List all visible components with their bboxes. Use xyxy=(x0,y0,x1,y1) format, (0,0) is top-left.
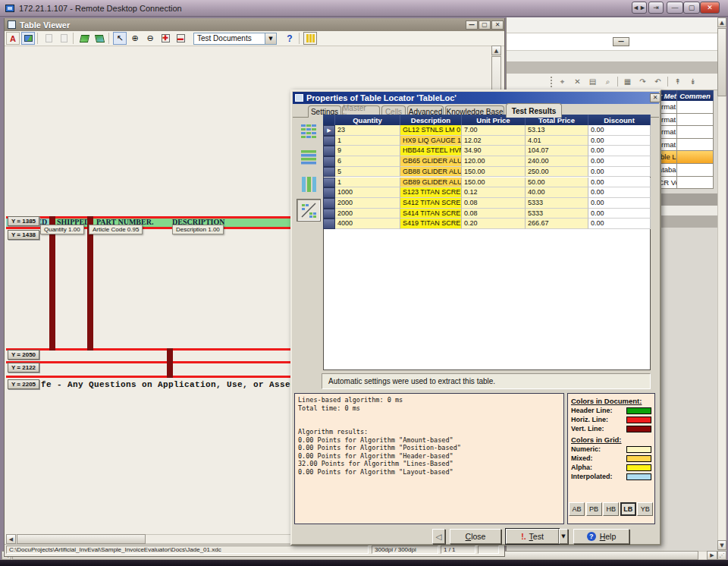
fit-width-icon[interactable]: ▬ xyxy=(174,32,187,45)
algo-button-pb[interactable]: PB xyxy=(586,502,602,516)
locator-row-comment[interactable] xyxy=(677,177,714,190)
grid-cell[interactable]: 7.00 xyxy=(462,125,526,136)
grid-cell[interactable]: 0.08 xyxy=(462,209,526,219)
toolbar-grip[interactable] xyxy=(551,77,553,87)
grid-cell[interactable]: 0.00 xyxy=(588,136,651,146)
tab-test-results[interactable]: Test Results xyxy=(506,103,562,118)
grid-cell[interactable]: 2000 xyxy=(335,209,400,219)
grid-cell[interactable]: 6 xyxy=(335,156,400,167)
zoom-in-icon[interactable]: ⊕ xyxy=(128,32,142,45)
grid-row-selector[interactable] xyxy=(323,167,335,178)
locator-col-2[interactable]: Commen xyxy=(677,90,714,101)
grid-row-selector[interactable] xyxy=(323,146,335,156)
locator-row-comment[interactable] xyxy=(677,101,714,114)
grid-cell[interactable]: 240.00 xyxy=(526,156,588,167)
rdp-disconnect-button[interactable]: ⇥ xyxy=(648,2,664,14)
grid-cell[interactable]: 150.00 xyxy=(462,178,526,188)
locator-row-comment[interactable] xyxy=(677,164,714,177)
dialog-close-icon[interactable]: ✕ xyxy=(650,93,661,102)
test-button[interactable]: !.Test xyxy=(506,529,559,544)
grid-cell[interactable]: 5 xyxy=(335,167,400,178)
pointer-tool-icon[interactable]: ↖ xyxy=(113,32,127,45)
grid-cell[interactable]: 104.07 xyxy=(526,146,588,156)
grid-cell[interactable]: 34.90 xyxy=(462,146,526,156)
grid-row-selector[interactable] xyxy=(323,187,335,198)
rdp-vscroll-up[interactable]: ▲ xyxy=(717,17,726,27)
rdp-vscroll-thumb[interactable] xyxy=(717,28,726,96)
cells-view-button[interactable] xyxy=(297,120,321,143)
grid-header-description[interactable]: Description xyxy=(400,115,462,125)
columns-icon[interactable] xyxy=(303,32,317,45)
document-combobox[interactable]: Test Documents ▼ xyxy=(193,33,277,45)
rdp-titlebar[interactable]: 172.21.1.107 - Remote Desktop Connection xyxy=(0,0,728,17)
fit-page-icon[interactable]: ✚ xyxy=(158,32,172,45)
bg-minimize-button[interactable]: — xyxy=(613,37,629,46)
grid-cell[interactable]: GB88 GLIDER ALU xyxy=(400,167,462,178)
grid-cell[interactable]: GL12 STNLS LM 0 - xyxy=(400,125,462,136)
help-icon[interactable]: ? xyxy=(283,32,297,45)
grid-cell[interactable]: 4000 xyxy=(335,219,400,229)
grid-cell[interactable]: 120.00 xyxy=(462,156,526,167)
grid-cell[interactable]: 0.00 xyxy=(588,187,651,198)
export-icon[interactable]: ↷ xyxy=(637,77,648,87)
grid-cell[interactable]: 40.00 xyxy=(526,187,588,198)
test-doc-icon[interactable]: ▦ xyxy=(622,77,633,87)
grid-cell[interactable]: S123 TITAN SCRE xyxy=(400,187,462,198)
grid-cell[interactable]: 9 xyxy=(335,146,400,156)
grid-cell[interactable]: HX9 LIQ GAUGE 12 xyxy=(400,136,462,146)
grid-header-quantity[interactable]: Quantity xyxy=(335,115,400,125)
columns-view-button[interactable] xyxy=(297,173,321,196)
grid-cell[interactable]: 1 xyxy=(335,136,400,146)
rdp-close-button[interactable]: ✕ xyxy=(700,2,720,14)
algo-button-lb[interactable]: LB xyxy=(620,502,636,516)
rotate-right-icon[interactable] xyxy=(93,32,106,45)
rotate-left-icon[interactable] xyxy=(77,32,91,45)
grid-cell[interactable]: S419 TITAN SCRE xyxy=(400,219,462,229)
properties-icon[interactable]: ▤ xyxy=(587,77,598,87)
rdp-vscrollbar[interactable] xyxy=(717,17,726,551)
grid-cell[interactable]: 0.00 xyxy=(588,209,651,219)
algo-button-ab[interactable]: AB xyxy=(569,502,585,516)
grid-cell[interactable]: 0.20 xyxy=(462,219,526,229)
locator-row-comment[interactable] xyxy=(677,126,714,139)
grid-row-selector[interactable] xyxy=(323,136,335,146)
tv-close-button[interactable]: ✕ xyxy=(491,20,504,30)
locator-row-comment[interactable] xyxy=(677,139,714,152)
import-icon[interactable]: ↶ xyxy=(652,77,664,87)
grid-cell[interactable]: 12.02 xyxy=(462,136,526,146)
grid-cell[interactable]: S414 TITAN SCRE xyxy=(400,209,462,219)
grid-cell[interactable]: 0.00 xyxy=(588,178,651,188)
back-button[interactable]: ◁ xyxy=(432,529,445,544)
find-icon[interactable]: ⌖ xyxy=(557,77,568,87)
grid-row-selector[interactable] xyxy=(323,219,335,229)
layout-view-button[interactable] xyxy=(297,199,321,222)
rdp-vscroll-down[interactable]: ▼ xyxy=(717,540,726,550)
grid-cell[interactable]: GB65 GLIDER ALU xyxy=(400,156,462,167)
grid-cell[interactable]: 53.13 xyxy=(526,125,588,136)
grid-cell[interactable]: 23 xyxy=(335,125,400,136)
algo-button-hb[interactable]: HB xyxy=(603,502,619,516)
grid-cell[interactable]: 266.67 xyxy=(526,219,588,229)
rows-view-button[interactable] xyxy=(297,146,321,168)
tv-minimize-button[interactable]: — xyxy=(466,20,478,30)
zoom-out-icon[interactable]: ⊖ xyxy=(143,32,157,45)
algo-button-yb[interactable]: YB xyxy=(637,502,653,516)
font-tool-icon[interactable]: A xyxy=(6,32,20,45)
image-view-icon[interactable] xyxy=(21,32,35,45)
grid-cell[interactable]: 0.00 xyxy=(588,167,651,178)
delete-icon[interactable]: ✕ xyxy=(572,77,583,87)
grid-cell[interactable]: 0.00 xyxy=(588,146,651,156)
doc-hscroll-thumb[interactable] xyxy=(17,534,146,544)
grid-cell[interactable]: 0.08 xyxy=(462,198,526,209)
rdp-pin-button[interactable]: ◄► xyxy=(632,2,647,14)
grid-cell[interactable]: 50.00 xyxy=(526,178,588,188)
next-page-icon[interactable] xyxy=(57,32,71,45)
grid-row-selector[interactable] xyxy=(323,209,335,219)
grid-cell[interactable]: 0.00 xyxy=(588,125,651,136)
grid-cell[interactable]: 0.00 xyxy=(588,198,651,209)
grid-cell[interactable]: 4.01 xyxy=(526,136,588,146)
move-up-icon[interactable]: ↟ xyxy=(672,77,683,87)
grid-cell[interactable]: 2000 xyxy=(335,198,400,209)
tv-maximize-button[interactable]: ▢ xyxy=(479,20,491,30)
help-button[interactable]: ?Help xyxy=(573,529,629,544)
